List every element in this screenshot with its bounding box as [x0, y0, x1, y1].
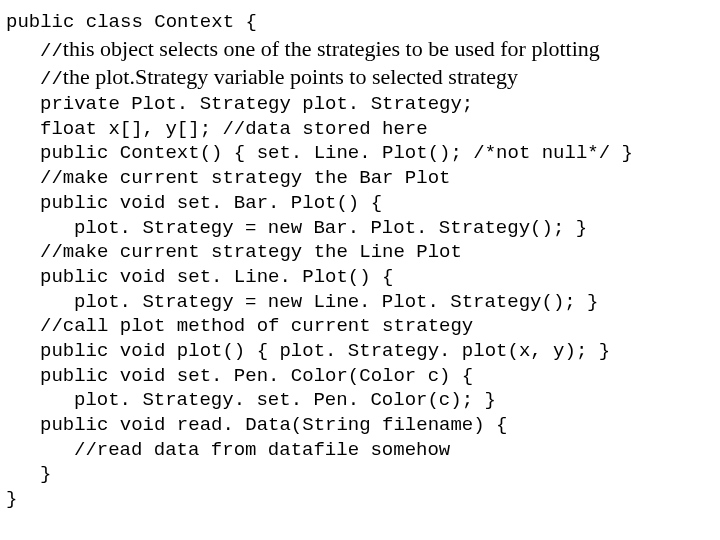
- code-line: public Context() { set. Line. Plot(); /*…: [6, 141, 714, 166]
- code-line: public void set. Bar. Plot() {: [6, 191, 714, 216]
- code-line: }: [6, 462, 714, 487]
- code-line: //make current strategy the Line Plot: [6, 240, 714, 265]
- code-line: public void read. Data(String filename) …: [6, 413, 714, 438]
- code-line: plot. Strategy = new Line. Plot. Strateg…: [6, 290, 714, 315]
- code-line: public void plot() { plot. Strategy. plo…: [6, 339, 714, 364]
- code-line: private Plot. Strategy plot. Strategy;: [6, 92, 714, 117]
- comment-prefix: //: [40, 40, 63, 62]
- code-line: public class Context {: [6, 10, 714, 35]
- code-line: //make current strategy the Bar Plot: [6, 166, 714, 191]
- code-line: float x[], y[]; //data stored here: [6, 117, 714, 142]
- comment-prefix: //: [40, 68, 63, 90]
- code-line: //call plot method of current strategy: [6, 314, 714, 339]
- code-line: plot. Strategy = new Bar. Plot. Strategy…: [6, 216, 714, 241]
- code-slide: public class Context { //this object sel…: [0, 0, 720, 522]
- code-line: //read data from datafile somehow: [6, 438, 714, 463]
- comment-text: this object selects one of the strategie…: [63, 36, 600, 61]
- code-line: //the plot.Strategy variable points to s…: [6, 63, 714, 92]
- code-line: plot. Strategy. set. Pen. Color(c); }: [6, 388, 714, 413]
- code-line: }: [6, 487, 714, 512]
- comment-text: the plot.Strategy variable points to sel…: [63, 64, 518, 89]
- code-line: //this object selects one of the strateg…: [6, 35, 714, 64]
- code-line: public void set. Pen. Color(Color c) {: [6, 364, 714, 389]
- code-line: public void set. Line. Plot() {: [6, 265, 714, 290]
